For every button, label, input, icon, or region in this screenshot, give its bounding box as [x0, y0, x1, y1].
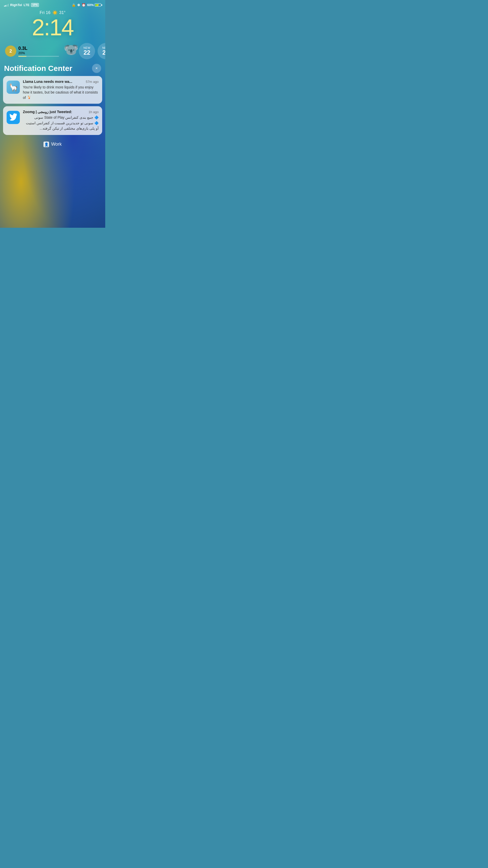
twitter-notif-time: 1h ago: [88, 110, 99, 114]
twitter-notif-body-line2: 🔷 سونی تو جدیدترین قسمت از کنفرانس استیت…: [23, 121, 99, 131]
status-bar: RighTel LTE VPN 🔒 ⊕ ⏰ 60% ⚡: [0, 0, 105, 8]
temperature-display: 31°: [59, 10, 66, 15]
work-icon: 👤: [43, 142, 49, 147]
nc-close-button[interactable]: ×: [92, 64, 101, 73]
widget-new-count-1: 22: [84, 49, 90, 56]
twitter-app-name: Zoomg | زومجی just Tweeted:: [23, 110, 72, 114]
twitter-notif-content: Zoomg | زومجی just Tweeted: 1h ago 🔷 جمع…: [23, 110, 99, 131]
network-type: LTE: [24, 3, 30, 7]
time-display: 2:14: [5, 16, 100, 39]
work-label: Work: [51, 142, 62, 147]
alarm-icon: ⏰: [82, 3, 86, 7]
notification-card-twitter[interactable]: Zoomg | زومجی just Tweeted: 1h ago 🔷 جمع…: [3, 106, 102, 135]
widget-new-count-2: 22: [102, 49, 105, 56]
widget-new-label-1: NEW: [83, 46, 90, 49]
twitter-notif-header: Zoomg | زومجی just Tweeted: 1h ago: [23, 110, 99, 114]
widget-left: 2 0.3L 20% 🐨: [5, 45, 79, 57]
signal-bar-2: [5, 5, 6, 7]
battery-percent: 60%: [87, 3, 94, 7]
ring-count: 2: [9, 49, 12, 54]
nc-title: Notification Center: [4, 64, 72, 73]
location-icon: ⊕: [77, 3, 80, 7]
nc-header: Notification Center ×: [3, 64, 102, 73]
water-percent: 20%: [18, 51, 59, 55]
signal-bars: [4, 4, 9, 7]
signal-bar-3: [7, 5, 7, 7]
widget-new-label-2: NEW: [102, 46, 105, 49]
water-bar-container: [18, 56, 59, 57]
water-widget: 0.3L 20%: [18, 46, 59, 57]
widget-new-2: NEW 22: [98, 43, 105, 59]
water-amount: 0.3L: [18, 46, 59, 51]
vpn-badge: VPN: [31, 3, 39, 7]
widget-new-1: NEW 22: [79, 43, 95, 59]
status-right: 🔒 ⊕ ⏰ 60% ⚡: [72, 3, 101, 7]
bear-emoji: 🐨: [64, 43, 79, 57]
ring-count-widget: 2: [5, 45, 16, 57]
llama-app-name: Llama Luna needs more wa...: [23, 80, 72, 84]
notification-card-llama[interactable]: 🦙 Llama Luna needs more wa... 57m ago Yo…: [3, 76, 102, 104]
notification-center: Notification Center × 🦙 Llama Luna needs…: [0, 64, 105, 135]
llama-notif-body: You're likely to drink more liquids if y…: [23, 85, 99, 100]
twitter-notif-body-line1: 🔷 جمع بندی کنفرانس State of Play سونی: [23, 115, 99, 121]
twitter-bird-icon: [9, 113, 17, 122]
llama-notif-header: Llama Luna needs more wa... 57m ago: [23, 80, 99, 84]
twitter-app-icon: [7, 111, 20, 124]
widget-right-group: NEW 22 NEW 22: [79, 43, 105, 59]
close-icon: ×: [95, 66, 98, 71]
battery-icon: ⚡: [95, 3, 101, 7]
lightning-icon: ⚡: [95, 4, 101, 6]
widgets-row: 2 0.3L 20% 🐨 NEW 22 NEW 22: [0, 43, 105, 59]
llama-notif-time: 57m ago: [86, 80, 99, 84]
lock-screen-content: Fri 16 ☀️ 31° 2:14: [0, 8, 105, 39]
signal-bar-1: [4, 6, 5, 7]
lock-icon: 🔒: [72, 3, 76, 7]
water-bar-fill: [18, 56, 26, 57]
date-display: Fri 16: [40, 10, 51, 15]
battery-container: 60% ⚡: [87, 3, 101, 7]
contacts-icon: 👤: [44, 142, 49, 146]
carrier-name: RighTel: [10, 3, 22, 7]
llama-notif-content: Llama Luna needs more wa... 57m ago You'…: [23, 80, 99, 100]
signal-bar-4: [8, 4, 9, 7]
llama-app-icon: 🦙: [7, 81, 20, 94]
status-left: RighTel LTE VPN: [4, 3, 39, 7]
bottom-section[interactable]: 👤 Work: [0, 137, 105, 149]
